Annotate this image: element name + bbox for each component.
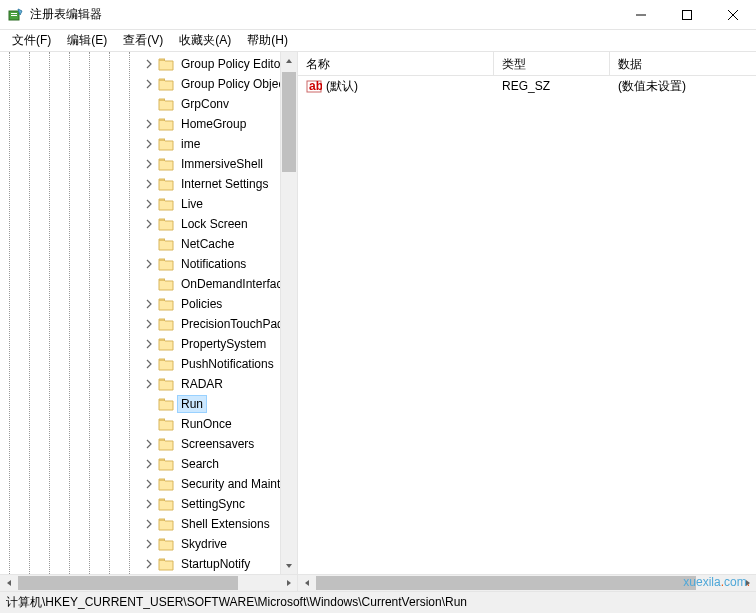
tree-node[interactable]: Search: [0, 454, 297, 474]
tree-node-label[interactable]: RADAR: [178, 376, 226, 392]
tree-vertical-scrollbar[interactable]: [280, 52, 297, 574]
menu-view[interactable]: 查看(V): [115, 30, 171, 51]
chevron-right-icon[interactable]: [142, 257, 156, 271]
tree-node-label[interactable]: ImmersiveShell: [178, 156, 266, 172]
scroll-right-icon[interactable]: [739, 575, 756, 591]
tree-scrollbar-thumb[interactable]: [282, 72, 296, 172]
chevron-right-icon[interactable]: [142, 217, 156, 231]
tree-node-label[interactable]: Notifications: [178, 256, 249, 272]
chevron-right-icon[interactable]: [142, 537, 156, 551]
tree-node-label[interactable]: Search: [178, 456, 222, 472]
chevron-right-icon[interactable]: [142, 137, 156, 151]
tree-node-label[interactable]: Internet Settings: [178, 176, 271, 192]
tree-node[interactable]: ime: [0, 134, 297, 154]
close-button[interactable]: [710, 0, 756, 30]
menu-help[interactable]: 帮助(H): [239, 30, 296, 51]
tree-node[interactable]: StartupNotify: [0, 554, 297, 574]
tree-horizontal-scrollbar[interactable]: [0, 574, 297, 591]
tree-node[interactable]: Security and Mainte: [0, 474, 297, 494]
scroll-down-icon[interactable]: [281, 557, 297, 574]
tree-node-label[interactable]: SettingSync: [178, 496, 248, 512]
list-hscroll-thumb[interactable]: [316, 576, 696, 590]
chevron-right-icon[interactable]: [142, 557, 156, 571]
tree-node[interactable]: OnDemandInterface: [0, 274, 297, 294]
chevron-right-icon[interactable]: [142, 477, 156, 491]
scroll-left-icon[interactable]: [0, 575, 17, 591]
tree-node-label[interactable]: PropertySystem: [178, 336, 269, 352]
chevron-right-icon[interactable]: [142, 457, 156, 471]
chevron-right-icon[interactable]: [142, 297, 156, 311]
tree-node-label[interactable]: HomeGroup: [178, 116, 249, 132]
folder-icon: [158, 397, 174, 411]
tree-node[interactable]: Screensavers: [0, 434, 297, 454]
tree-node-label[interactable]: Group Policy Objec: [178, 76, 287, 92]
tree-node[interactable]: PropertySystem: [0, 334, 297, 354]
tree-node[interactable]: Run: [0, 394, 297, 414]
tree-node-label[interactable]: Shell Extensions: [178, 516, 273, 532]
chevron-right-icon[interactable]: [142, 337, 156, 351]
scroll-up-icon[interactable]: [281, 52, 297, 69]
tree-node-label[interactable]: RunOnce: [178, 416, 235, 432]
chevron-right-icon[interactable]: [142, 437, 156, 451]
tree-node-label[interactable]: Screensavers: [178, 436, 257, 452]
tree-node-label[interactable]: Run: [178, 396, 206, 412]
menu-file[interactable]: 文件(F): [4, 30, 59, 51]
tree-node[interactable]: Shell Extensions: [0, 514, 297, 534]
chevron-right-icon[interactable]: [142, 157, 156, 171]
tree-node[interactable]: PushNotifications: [0, 354, 297, 374]
tree-node-label[interactable]: StartupNotify: [178, 556, 253, 572]
chevron-right-icon[interactable]: [142, 517, 156, 531]
tree-node-label[interactable]: NetCache: [178, 236, 237, 252]
column-type[interactable]: 类型: [494, 52, 610, 75]
menu-favorites[interactable]: 收藏夹(A): [171, 30, 239, 51]
tree-node[interactable]: RADAR: [0, 374, 297, 394]
tree-node-label[interactable]: Skydrive: [178, 536, 230, 552]
chevron-right-icon[interactable]: [142, 117, 156, 131]
registry-tree[interactable]: Group Policy EditorGroup Policy ObjecGrp…: [0, 52, 297, 574]
tree-node[interactable]: GrpConv: [0, 94, 297, 114]
list-horizontal-scrollbar[interactable]: [298, 574, 756, 591]
tree-node-label[interactable]: OnDemandInterface: [178, 276, 292, 292]
tree-node-label[interactable]: Lock Screen: [178, 216, 251, 232]
tree-node[interactable]: ImmersiveShell: [0, 154, 297, 174]
tree-node[interactable]: HomeGroup: [0, 114, 297, 134]
list-row[interactable]: ab(默认)REG_SZ(数值未设置): [298, 76, 756, 96]
tree-node-label[interactable]: PushNotifications: [178, 356, 277, 372]
tree-node-label[interactable]: PrecisionTouchPad: [178, 316, 287, 332]
tree-node[interactable]: Skydrive: [0, 534, 297, 554]
tree-node-label[interactable]: Policies: [178, 296, 225, 312]
tree-node[interactable]: RunOnce: [0, 414, 297, 434]
tree-node-label[interactable]: Security and Mainte: [178, 476, 290, 492]
chevron-right-icon[interactable]: [142, 317, 156, 331]
tree-node[interactable]: SettingSync: [0, 494, 297, 514]
tree-node[interactable]: Notifications: [0, 254, 297, 274]
tree-node-label[interactable]: Group Policy Editor: [178, 56, 287, 72]
tree-node[interactable]: Lock Screen: [0, 214, 297, 234]
maximize-button[interactable]: [664, 0, 710, 30]
tree-node[interactable]: NetCache: [0, 234, 297, 254]
chevron-right-icon[interactable]: [142, 77, 156, 91]
tree-node[interactable]: Group Policy Editor: [0, 54, 297, 74]
minimize-button[interactable]: [618, 0, 664, 30]
column-name[interactable]: 名称: [298, 52, 494, 75]
tree-node[interactable]: PrecisionTouchPad: [0, 314, 297, 334]
chevron-right-icon[interactable]: [142, 197, 156, 211]
tree-node-label[interactable]: ime: [178, 136, 203, 152]
tree-node[interactable]: Group Policy Objec: [0, 74, 297, 94]
tree-node[interactable]: Policies: [0, 294, 297, 314]
tree-hscroll-thumb[interactable]: [18, 576, 238, 590]
chevron-right-icon[interactable]: [142, 377, 156, 391]
chevron-right-icon[interactable]: [142, 357, 156, 371]
tree-node[interactable]: Live: [0, 194, 297, 214]
menu-edit[interactable]: 编辑(E): [59, 30, 115, 51]
scroll-left-icon[interactable]: [298, 575, 315, 591]
tree-node-label[interactable]: Live: [178, 196, 206, 212]
chevron-right-icon[interactable]: [142, 177, 156, 191]
tree-node[interactable]: Internet Settings: [0, 174, 297, 194]
chevron-right-icon[interactable]: [142, 57, 156, 71]
value-list[interactable]: ab(默认)REG_SZ(数值未设置): [298, 76, 756, 574]
chevron-right-icon[interactable]: [142, 497, 156, 511]
tree-node-label[interactable]: GrpConv: [178, 96, 232, 112]
scroll-right-icon[interactable]: [280, 575, 297, 591]
column-data[interactable]: 数据: [610, 52, 756, 75]
